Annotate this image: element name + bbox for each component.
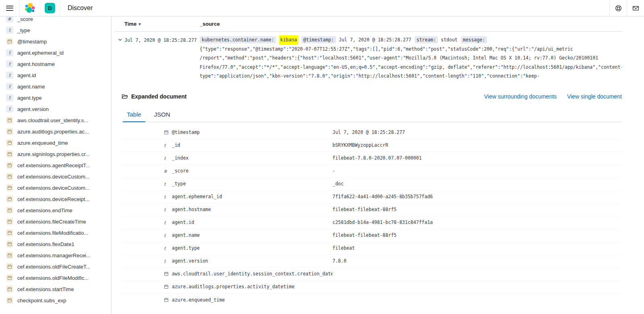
sidebar-field-item[interactable]: _type (0, 25, 111, 36)
doc-viewer-tabs: TableJSON (122, 107, 622, 122)
field-type-icon (6, 117, 13, 124)
field-type-icon (6, 263, 13, 270)
chevron-down-icon[interactable] (116, 35, 124, 43)
sidebar-field-item[interactable]: agent.name (0, 81, 111, 92)
expanded-document-title: Expanded document (131, 93, 187, 100)
doc-field-row: @timestamp Jul 7, 2020 @ 18:25:28.277 (122, 126, 622, 139)
doc-field-value: filebeat-7.8.0-2020.07.07-000001 (332, 155, 422, 161)
doc-field-row: _type _doc (122, 178, 622, 191)
elastic-logo[interactable] (20, 2, 40, 14)
field-type-icon (164, 181, 169, 187)
doc-field-value: 7f1fa622-4a41-4d00-a245-8b35b757fad6 (332, 194, 433, 199)
sidebar-field-item[interactable]: checkpoint.subs_exp (0, 295, 111, 306)
sort-descending-icon (136, 21, 141, 27)
menu-hamburger-icon[interactable] (0, 0, 19, 16)
field-name: cef.extensions.managerRecei... (17, 252, 91, 259)
field-name: @timestamp (17, 39, 47, 45)
time-column-sort-button[interactable]: Time (124, 21, 200, 27)
field-type-icon (6, 184, 13, 191)
doc-viewer-tab[interactable]: JSON (150, 107, 174, 122)
field-type-icon (6, 94, 13, 101)
source-highlight-line: kubernetes.container.name: kibana @times… (200, 35, 622, 45)
field-type-icon (6, 207, 13, 214)
field-type-icon (164, 168, 169, 174)
sidebar-field-item[interactable]: cef.extensions.deviceCustom... (0, 171, 111, 182)
sidebar-field-item[interactable]: agent.ephemeral_id (0, 47, 111, 58)
doc-field-name: agent.ephemeral_id (172, 194, 332, 199)
doc-field-name: aws.cloudtrail.user_identity.session_con… (172, 271, 332, 277)
field-name: cef.extensions.flexDate1 (17, 241, 74, 247)
doc-field-name: agent.hostname (172, 207, 332, 212)
field-type-icon (6, 105, 13, 113)
field-type-icon (164, 232, 169, 238)
field-name: checkpoint.subs_exp (17, 298, 66, 304)
sidebar-field-item[interactable]: @timestamp (0, 36, 111, 47)
doc-field-value: Jul 7, 2020 @ 18:25:28.277 (332, 129, 405, 135)
expanded-document-section: Expanded document View surrounding docum… (116, 92, 622, 306)
field-type-icon (6, 38, 13, 45)
sidebar-field-item[interactable]: agent.hostname (0, 58, 111, 70)
doc-field-row: agent.type filebeat (122, 242, 622, 255)
field-type-icon (6, 60, 13, 68)
doc-field-row: _id bSRYKXMBWyzoppLaccrR (122, 139, 622, 152)
field-type-icon (6, 150, 13, 158)
field-type-icon (164, 245, 169, 251)
document-link[interactable]: View single document (567, 93, 622, 100)
doc-viewer-table: @timestamp Jul 7, 2020 @ 18:25:28.277 _i… (122, 126, 622, 306)
source-message-line: {"type":"response","@timestamp":"2020-07… (200, 45, 622, 54)
sidebar-field-item[interactable]: azure.signinlogs.properties.cr... (0, 148, 111, 160)
sidebar-field-item[interactable]: cef.extensions.startTime (0, 283, 111, 295)
source-field-value: kibana (279, 35, 298, 45)
field-type-icon (164, 298, 169, 302)
sidebar-field-item[interactable]: agent.version (0, 103, 111, 115)
field-type-icon (6, 27, 13, 34)
sidebar-field-item[interactable]: cef.extensions.oldFileModific... (0, 272, 111, 283)
field-type-icon (6, 83, 13, 90)
doc-field-name: @timestamp (172, 129, 332, 135)
sidebar-field-item[interactable]: cef.extensions.deviceCustom... (0, 182, 111, 193)
top-navigation-bar: D Discover (0, 0, 644, 16)
field-type-icon (164, 271, 169, 276)
space-avatar-badge[interactable]: D (45, 3, 55, 13)
doc-field-name: agent.version (172, 258, 332, 264)
field-type-icon (6, 285, 13, 293)
sidebar-field-item[interactable]: cef.extensions.oldFileCreateT... (0, 261, 111, 272)
sidebar-field-item[interactable]: agent.type (0, 92, 111, 103)
sidebar-field-item[interactable]: cef.extensions.endTime (0, 205, 111, 216)
field-name: cef.extensions.startTime (17, 286, 74, 292)
document-link[interactable]: View surrounding documents (484, 93, 557, 100)
sidebar-field-item[interactable]: cef.extensions.fileModificatio... (0, 227, 111, 238)
sidebar-field-item[interactable]: azure.enqueued_time (0, 137, 111, 148)
sidebar-field-item[interactable]: cef.extensions.agentReceiptT... (0, 160, 111, 171)
field-type-icon (6, 195, 13, 203)
source-field-pair: stream: stdout (415, 35, 458, 45)
doc-field-value: c2581dbd-b14a-4981-bc78-831c847ffa1a (332, 220, 433, 225)
mail-icon[interactable] (627, 0, 644, 16)
field-type-icon (164, 130, 169, 135)
source-message-line: /report","method":"post","headers":{"hos… (200, 53, 622, 63)
field-type-icon (164, 155, 169, 161)
field-type-icon (6, 139, 13, 146)
field-name: agent.name (17, 84, 45, 90)
document-row: Jul 7, 2020 @ 18:25:28.277 kubernetes.co… (116, 32, 622, 81)
sidebar-field-item[interactable]: cef.extensions.flexDate1 (0, 238, 111, 250)
sidebar-field-item[interactable]: azure.auditlogs.properties.ac... (0, 126, 111, 137)
doc-viewer-tab[interactable]: Table (123, 107, 145, 122)
sidebar-field-item[interactable]: _score (0, 16, 111, 25)
sidebar-field-item[interactable]: cef.extensions.deviceReceipt... (0, 193, 111, 205)
sidebar-field-item[interactable]: agent.id (0, 70, 111, 81)
source-field-value: stdout (441, 35, 458, 45)
sidebar-field-item[interactable]: aws.cloudtrail.user_identity.s... (0, 115, 111, 126)
field-name: _type (17, 27, 30, 33)
field-name: cef.extensions.oldFileCreateT... (17, 264, 90, 270)
field-type-icon (6, 297, 13, 304)
fields-sidebar: _score _type @timestamp (0, 16, 111, 314)
help-icon[interactable] (610, 0, 627, 16)
sidebar-field-item[interactable]: cef.extensions.managerRecei... (0, 250, 111, 261)
sidebar-field-item[interactable]: cef.extensions.fileCreateTime (0, 216, 111, 227)
field-type-icon (6, 252, 13, 259)
field-name: _score (17, 16, 33, 22)
field-name: agent.version (17, 106, 49, 112)
field-type-icon (164, 258, 169, 264)
source-field-badge: message: (461, 36, 487, 43)
